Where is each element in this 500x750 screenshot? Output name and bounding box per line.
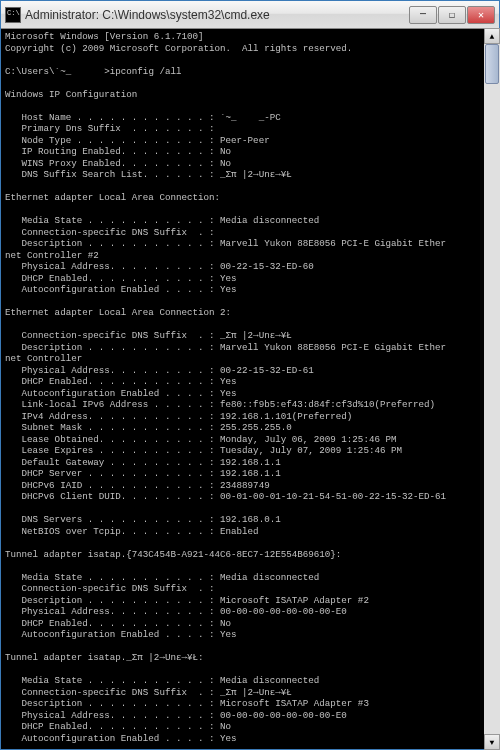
lac2-desc: Marvell Yukon 88E8056 PCI-E Gigabit Ethe… [220, 342, 446, 353]
lac2-dhcp: Yes [220, 376, 237, 387]
window-controls: ─ ☐ ✕ [409, 6, 495, 24]
t2-desc: Microsoft ISATAP Adapter #3 [220, 698, 369, 709]
lac2-desc-cont: net Controller [5, 353, 82, 364]
t1-media: Media disconnected [220, 572, 319, 583]
cmd-icon [5, 7, 21, 23]
lac2-llipv6: fe80::f9b5:ef43:d84f:cf3d%10(Preferred) [220, 399, 435, 410]
titlebar[interactable]: Administrator: C:\Windows\system32\cmd.e… [1, 1, 499, 29]
scrollbar-track[interactable] [484, 44, 500, 734]
t1-dhcp: No [220, 618, 231, 629]
lac2-gw: 192.168.1.1 [220, 457, 281, 468]
lac2-dns-srv: 192.168.0.1 [220, 514, 281, 525]
t2-media: Media disconnected [220, 675, 319, 686]
prompt-1: C:\Users\`~_ [5, 66, 71, 77]
window-title: Administrator: C:\Windows\system32\cmd.e… [25, 8, 409, 22]
scroll-down-button[interactable]: ▼ [484, 734, 500, 750]
lac2-ipv4: 192.168.1.101(Preferred) [220, 411, 352, 422]
section-winip: Windows IP Configuration [5, 89, 137, 100]
minimize-button[interactable]: ─ [409, 6, 437, 24]
lac2-subnet: 255.255.255.0 [220, 422, 292, 433]
t2-dhcp: No [220, 721, 231, 732]
node-type: Peer-Peer [220, 135, 270, 146]
header-line-1: Microsoft Windows [Version 6.1.7100] [5, 31, 203, 42]
lac2-iaid: 234889749 [220, 480, 270, 491]
host-name: `~_ _-PC [220, 112, 281, 123]
scroll-up-button[interactable]: ▲ [484, 28, 500, 44]
lac2-dhcp-srv: 192.168.1.1 [220, 468, 281, 479]
scrollbar-thumb[interactable] [485, 44, 499, 84]
lac-auto: Yes [220, 284, 237, 295]
lac2-mac: 00-22-15-32-ED-61 [220, 365, 314, 376]
lac-dhcp: Yes [220, 273, 237, 284]
lac2-auto: Yes [220, 388, 237, 399]
close-button[interactable]: ✕ [467, 6, 495, 24]
t2-auto: Yes [220, 733, 237, 744]
t1-desc: Microsoft ISATAP Adapter #2 [220, 595, 369, 606]
terminal-output[interactable]: Microsoft Windows [Version 6.1.7100] Cop… [1, 29, 499, 749]
section-tun1: Tunnel adapter isatap.{743C454B-A921-44C… [5, 549, 341, 560]
scrollbar: ▲ ▼ [484, 28, 500, 750]
section-eth-lac2: Ethernet adapter Local Area Connection 2… [5, 307, 231, 318]
lac-desc: Marvell Yukon 88E8056 PCI-E Gigabit Ethe… [220, 238, 446, 249]
lac2-lease-obt: Monday, July 06, 2009 1:25:46 PM [220, 434, 396, 445]
t2-dns: _Σπ |2→Unε→¥Ł [220, 687, 292, 698]
command-text: ipconfig /all [110, 66, 182, 77]
t1-auto: Yes [220, 629, 237, 640]
lac-desc-cont: net Controller #2 [5, 250, 99, 261]
lac-media: Media disconnected [220, 215, 319, 226]
cmd-window: Administrator: C:\Windows\system32\cmd.e… [0, 0, 500, 750]
maximize-button[interactable]: ☐ [438, 6, 466, 24]
section-eth-lac: Ethernet adapter Local Area Connection: [5, 192, 220, 203]
t1-mac: 00-00-00-00-00-00-00-E0 [220, 606, 347, 617]
ip-routing: No [220, 146, 231, 157]
wins-proxy: No [220, 158, 231, 169]
t2-mac: 00-00-00-00-00-00-00-E0 [220, 710, 347, 721]
lac-mac: 00-22-15-32-ED-60 [220, 261, 314, 272]
dns-suffix-list: _Σπ |2→Unε→¥Ł [220, 169, 292, 180]
header-line-2: Copyright (c) 2009 Microsoft Corporation… [5, 43, 352, 54]
lac2-netbios: Enabled [220, 526, 259, 537]
lac2-dns: _Σπ |2→Unε→¥Ł [220, 330, 292, 341]
lac2-duid: 00-01-00-01-10-21-54-51-00-22-15-32-ED-6… [220, 491, 446, 502]
lac2-lease-exp: Tuesday, July 07, 2009 1:25:46 PM [220, 445, 402, 456]
section-tun2: Tunnel adapter isatap._Σπ |2→Unε→¥Ł: [5, 652, 203, 663]
